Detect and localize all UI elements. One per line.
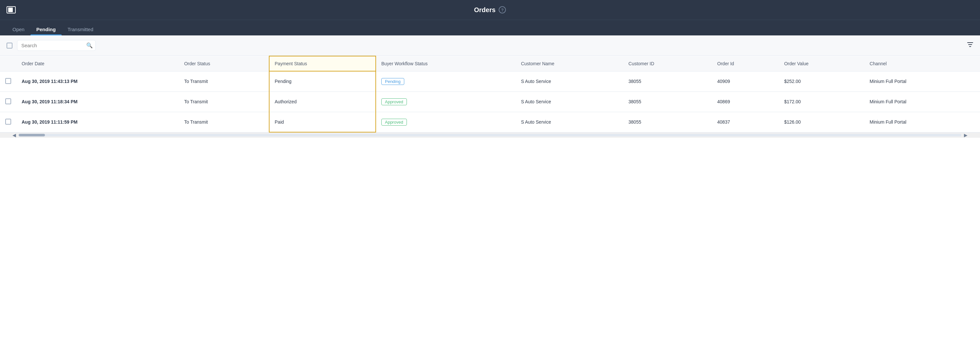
cell-buyer-workflow-status: Pending bbox=[376, 71, 516, 91]
cell-order-status: To Transmit bbox=[179, 91, 269, 112]
col-order-status[interactable]: Order Status bbox=[179, 56, 269, 71]
top-header: Orders ? bbox=[0, 0, 980, 20]
cell-customer-name: S Auto Service bbox=[516, 71, 623, 91]
row-checkbox-cell bbox=[0, 71, 16, 91]
table-row: Aug 30, 2019 11:43:13 PM To Transmit Pen… bbox=[0, 71, 980, 91]
row-checkbox[interactable] bbox=[5, 98, 11, 104]
sidebar-toggle-icon bbox=[8, 8, 13, 12]
cell-channel: Minium Full Portal bbox=[864, 112, 980, 132]
col-channel[interactable]: Channel bbox=[864, 56, 980, 71]
cell-order-value: $172.00 bbox=[779, 91, 865, 112]
col-order-id[interactable]: Order Id bbox=[712, 56, 779, 71]
tab-bar: Open Pending Transmitted bbox=[0, 20, 980, 35]
table-header-row: Order Date Order Status Payment Status B… bbox=[0, 56, 980, 71]
buyer-workflow-badge: Approved bbox=[381, 98, 407, 105]
row-checkbox[interactable] bbox=[5, 119, 11, 124]
row-checkbox-cell bbox=[0, 91, 16, 112]
cell-customer-name: S Auto Service bbox=[516, 112, 623, 132]
cell-payment-status: Paid bbox=[269, 112, 376, 132]
col-order-value[interactable]: Order Value bbox=[779, 56, 865, 71]
cell-order-date: Aug 30, 2019 11:11:59 PM bbox=[16, 112, 179, 132]
help-icon[interactable]: ? bbox=[499, 6, 506, 13]
cell-order-value: $126.00 bbox=[779, 112, 865, 132]
table-row: Aug 30, 2019 11:18:34 PM To Transmit Aut… bbox=[0, 91, 980, 112]
scrollbar-track[interactable] bbox=[19, 134, 961, 136]
col-buyer-workflow-status[interactable]: Buyer Workflow Status bbox=[376, 56, 516, 71]
cell-order-date: Aug 30, 2019 11:18:34 PM bbox=[16, 91, 179, 112]
tab-transmitted[interactable]: Transmitted bbox=[62, 23, 99, 35]
search-box: 🔍 bbox=[17, 40, 96, 51]
cell-order-status: To Transmit bbox=[179, 112, 269, 132]
cell-customer-id: 38055 bbox=[623, 71, 712, 91]
cell-payment-status: Authorized bbox=[269, 91, 376, 112]
cell-order-date: Aug 30, 2019 11:43:13 PM bbox=[16, 71, 179, 91]
toolbar: 🔍 bbox=[0, 35, 980, 56]
horizontal-scrollbar[interactable]: ◀ ▶ bbox=[0, 132, 980, 138]
orders-table: Order Date Order Status Payment Status B… bbox=[0, 56, 980, 132]
cell-order-id: 40837 bbox=[712, 112, 779, 132]
cell-channel: Minium Full Portal bbox=[864, 71, 980, 91]
cell-order-id: 40909 bbox=[712, 71, 779, 91]
search-input[interactable] bbox=[21, 43, 84, 48]
page-title: Orders bbox=[474, 6, 496, 14]
table-row: Aug 30, 2019 11:11:59 PM To Transmit Pai… bbox=[0, 112, 980, 132]
col-payment-status[interactable]: Payment Status bbox=[269, 56, 376, 71]
buyer-workflow-badge: Pending bbox=[381, 78, 404, 85]
cell-order-id: 40869 bbox=[712, 91, 779, 112]
cell-payment-status: Pending bbox=[269, 71, 376, 91]
scrollbar-thumb[interactable] bbox=[19, 134, 45, 136]
row-checkbox-cell bbox=[0, 112, 16, 132]
cell-customer-id: 38055 bbox=[623, 112, 712, 132]
sidebar-toggle-button[interactable] bbox=[6, 6, 16, 13]
cell-channel: Minium Full Portal bbox=[864, 91, 980, 112]
filter-icon[interactable] bbox=[967, 41, 974, 49]
buyer-workflow-badge: Approved bbox=[381, 119, 407, 126]
col-customer-id[interactable]: Customer ID bbox=[623, 56, 712, 71]
col-checkbox bbox=[0, 56, 16, 71]
cell-buyer-workflow-status: Approved bbox=[376, 91, 516, 112]
cell-order-value: $252.00 bbox=[779, 71, 865, 91]
tab-pending[interactable]: Pending bbox=[30, 23, 62, 35]
col-order-date[interactable]: Order Date bbox=[16, 56, 179, 71]
cell-order-status: To Transmit bbox=[179, 71, 269, 91]
orders-table-wrap: Order Date Order Status Payment Status B… bbox=[0, 56, 980, 132]
header-title-wrap: Orders ? bbox=[474, 6, 506, 14]
tab-open[interactable]: Open bbox=[6, 23, 30, 35]
cell-buyer-workflow-status: Approved bbox=[376, 112, 516, 132]
scroll-left-arrow[interactable]: ◀ bbox=[10, 132, 19, 138]
select-all-checkbox[interactable] bbox=[6, 43, 13, 48]
scroll-right-arrow[interactable]: ▶ bbox=[961, 132, 970, 138]
row-checkbox[interactable] bbox=[5, 78, 11, 84]
cell-customer-name: S Auto Service bbox=[516, 91, 623, 112]
cell-customer-id: 38055 bbox=[623, 91, 712, 112]
col-customer-name[interactable]: Customer Name bbox=[516, 56, 623, 71]
search-icon: 🔍 bbox=[86, 42, 93, 48]
